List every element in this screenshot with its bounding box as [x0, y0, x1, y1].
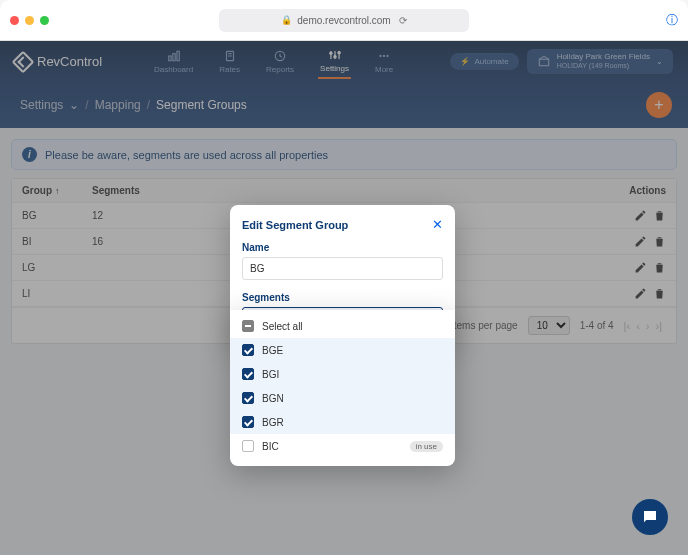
brand-name: RevControl	[37, 54, 102, 69]
nav-reports[interactable]: Reports	[264, 45, 296, 78]
crumb-mapping[interactable]: Mapping	[95, 98, 141, 112]
chat-icon	[641, 508, 659, 526]
checkbox-checked-icon	[242, 368, 254, 380]
crumb-settings[interactable]: Settings	[20, 98, 63, 112]
chevron-down-icon: ⌄	[656, 57, 663, 66]
svg-point-14	[383, 55, 385, 57]
segment-option[interactable]: BIC in use	[230, 434, 455, 458]
segment-option[interactable]: BGR	[230, 410, 455, 434]
edit-icon[interactable]	[634, 287, 647, 300]
alert-text: Please be aware, segments are used acros…	[45, 149, 328, 161]
column-actions: Actions	[616, 185, 666, 196]
maximize-window-button[interactable]	[40, 16, 49, 25]
lock-icon: 🔒	[281, 15, 292, 25]
svg-rect-16	[539, 60, 548, 66]
automate-button[interactable]: ⚡ Automate	[450, 53, 518, 70]
browser-chrome: 🔒 demo.revcontrol.com ⟳ ⓘ	[0, 0, 688, 41]
brand[interactable]: RevControl	[15, 54, 102, 70]
name-input[interactable]	[242, 257, 443, 280]
nav-settings[interactable]: Settings	[318, 44, 351, 79]
breadcrumb: Settings ⌄ / Mapping / Segment Groups	[20, 98, 247, 112]
window-controls	[10, 16, 49, 25]
nav-tabs: Dashboard Rates Reports Settings More	[152, 44, 395, 79]
brand-logo-icon	[12, 50, 35, 73]
edit-icon[interactable]	[634, 261, 647, 274]
url-text: demo.revcontrol.com	[297, 15, 390, 26]
svg-point-11	[333, 56, 335, 58]
checkbox-checked-icon	[242, 416, 254, 428]
chat-button[interactable]	[632, 499, 668, 535]
table-header: Group↑ Segments Actions	[12, 179, 676, 203]
in-use-badge: in use	[410, 441, 443, 452]
segment-option[interactable]: BGE	[230, 338, 455, 362]
edit-icon[interactable]	[634, 235, 647, 248]
name-label: Name	[242, 242, 443, 253]
column-segments[interactable]: Segments	[92, 185, 616, 196]
url-bar[interactable]: 🔒 demo.revcontrol.com ⟳	[219, 9, 469, 32]
segments-label: Segments	[242, 292, 443, 303]
pager-range: 1-4 of 4	[580, 320, 614, 331]
segment-option[interactable]: BGI	[230, 362, 455, 386]
checkbox-unchecked-icon	[242, 440, 254, 452]
pager-first-icon[interactable]: |‹	[624, 320, 631, 332]
segments-dropdown: Select all BGE BGI BGN BGR BIC in use	[230, 310, 455, 466]
checkbox-checked-icon	[242, 392, 254, 404]
svg-rect-0	[168, 56, 170, 61]
modal-title: Edit Segment Group	[242, 219, 348, 231]
svg-rect-2	[177, 51, 179, 60]
info-icon: i	[22, 147, 37, 162]
edit-icon[interactable]	[634, 209, 647, 222]
svg-point-13	[379, 55, 381, 57]
segment-option[interactable]: BGN	[230, 386, 455, 410]
hotel-icon	[537, 54, 551, 68]
svg-rect-1	[172, 54, 174, 61]
svg-point-15	[386, 55, 388, 57]
info-alert: i Please be aware, segments are used acr…	[11, 139, 677, 170]
breadcrumb-bar: Settings ⌄ / Mapping / Segment Groups +	[0, 82, 688, 128]
delete-icon[interactable]	[653, 287, 666, 300]
per-page-label: Items per page	[451, 320, 518, 331]
chevron-down-icon: ⌄	[69, 98, 79, 112]
hotel-selector[interactable]: Holiday Park Green Fields HOLIDAY (149 R…	[527, 49, 673, 73]
delete-icon[interactable]	[653, 235, 666, 248]
sort-asc-icon: ↑	[55, 186, 60, 196]
automate-icon: ⚡	[460, 57, 470, 66]
delete-icon[interactable]	[653, 209, 666, 222]
hotel-sub: HOLIDAY (149 Rooms)	[557, 62, 650, 70]
header-right: ⚡ Automate Holiday Park Green Fields HOL…	[450, 49, 673, 73]
checkbox-checked-icon	[242, 344, 254, 356]
refresh-icon[interactable]: ⟳	[399, 15, 407, 26]
nav-rates[interactable]: Rates	[217, 45, 242, 78]
select-all-option[interactable]: Select all	[230, 314, 455, 338]
close-icon[interactable]: ✕	[432, 217, 443, 232]
add-button[interactable]: +	[646, 92, 672, 118]
nav-more[interactable]: More	[373, 45, 395, 78]
column-group[interactable]: Group↑	[22, 185, 92, 196]
dashboard-icon	[167, 49, 181, 63]
reports-icon	[273, 49, 287, 63]
hotel-name: Holiday Park Green Fields	[557, 53, 650, 62]
pager-prev-icon[interactable]: ‹	[636, 320, 640, 332]
close-window-button[interactable]	[10, 16, 19, 25]
minimize-window-button[interactable]	[25, 16, 34, 25]
pager-next-icon[interactable]: ›	[646, 320, 650, 332]
info-icon[interactable]: ⓘ	[666, 12, 678, 29]
per-page-select[interactable]: 10	[528, 316, 570, 335]
pager-last-icon[interactable]: ›|	[655, 320, 662, 332]
crumb-current: Segment Groups	[156, 98, 247, 112]
delete-icon[interactable]	[653, 261, 666, 274]
rates-icon	[223, 49, 237, 63]
more-icon	[377, 49, 391, 63]
checkbox-indeterminate-icon	[242, 320, 254, 332]
svg-point-10	[329, 52, 331, 54]
svg-point-12	[337, 52, 339, 54]
app-header: RevControl Dashboard Rates Reports Setti…	[0, 41, 688, 82]
nav-dashboard[interactable]: Dashboard	[152, 45, 195, 78]
settings-icon	[328, 48, 342, 62]
